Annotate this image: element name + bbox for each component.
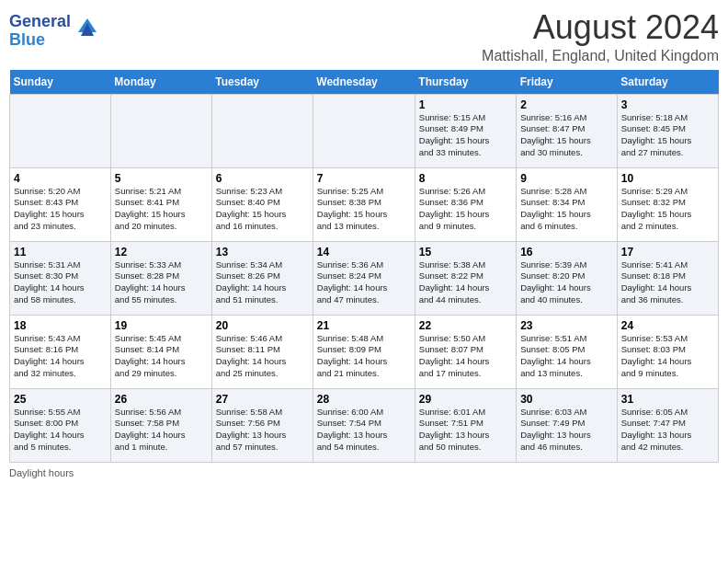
day-number: 25 bbox=[14, 393, 107, 406]
day-number: 27 bbox=[216, 393, 309, 406]
day-info: Sunrise: 5:41 AMSunset: 8:18 PMDaylight:… bbox=[621, 259, 714, 306]
day-number: 2 bbox=[520, 98, 613, 111]
calendar-cell: 12Sunrise: 5:33 AMSunset: 8:28 PMDayligh… bbox=[110, 241, 211, 315]
day-info: Sunrise: 5:43 AMSunset: 8:16 PMDaylight:… bbox=[14, 333, 107, 380]
day-number: 4 bbox=[14, 172, 107, 185]
calendar-cell: 28Sunrise: 6:00 AMSunset: 7:54 PMDayligh… bbox=[313, 388, 415, 462]
week-row-5: 25Sunrise: 5:55 AMSunset: 8:00 PMDayligh… bbox=[10, 388, 719, 462]
day-info: Sunrise: 5:38 AMSunset: 8:22 PMDaylight:… bbox=[419, 259, 512, 306]
logo-icon bbox=[74, 14, 101, 41]
calendar-cell: 2Sunrise: 5:16 AMSunset: 8:47 PMDaylight… bbox=[517, 94, 618, 167]
col-header-monday: Monday bbox=[110, 70, 211, 95]
calendar-cell: 13Sunrise: 5:34 AMSunset: 8:26 PMDayligh… bbox=[211, 241, 313, 315]
col-header-saturday: Saturday bbox=[617, 70, 718, 95]
calendar-cell: 30Sunrise: 6:03 AMSunset: 7:49 PMDayligh… bbox=[517, 388, 618, 462]
day-number: 3 bbox=[621, 98, 714, 111]
calendar-cell: 15Sunrise: 5:38 AMSunset: 8:22 PMDayligh… bbox=[415, 241, 516, 315]
week-row-3: 11Sunrise: 5:31 AMSunset: 8:30 PMDayligh… bbox=[10, 241, 719, 315]
calendar-cell: 1Sunrise: 5:15 AMSunset: 8:49 PMDaylight… bbox=[415, 94, 516, 167]
calendar-cell bbox=[110, 94, 211, 167]
calendar-cell: 23Sunrise: 5:51 AMSunset: 8:05 PMDayligh… bbox=[517, 315, 618, 388]
calendar-cell: 5Sunrise: 5:21 AMSunset: 8:41 PMDaylight… bbox=[110, 167, 211, 241]
calendar-cell: 8Sunrise: 5:26 AMSunset: 8:36 PMDaylight… bbox=[415, 167, 516, 241]
day-number: 18 bbox=[14, 319, 107, 332]
calendar-cell: 24Sunrise: 5:53 AMSunset: 8:03 PMDayligh… bbox=[617, 315, 718, 388]
day-number: 5 bbox=[115, 172, 208, 185]
day-number: 13 bbox=[216, 246, 309, 259]
calendar-cell bbox=[313, 94, 415, 167]
subtitle: Mattishall, England, United Kingdom bbox=[482, 48, 719, 64]
day-info: Sunrise: 5:26 AMSunset: 8:36 PMDaylight:… bbox=[419, 186, 512, 233]
day-number: 11 bbox=[14, 246, 107, 259]
calendar-cell: 7Sunrise: 5:25 AMSunset: 8:38 PMDaylight… bbox=[313, 167, 415, 241]
day-number: 8 bbox=[419, 172, 512, 185]
daylight-label: Daylight hours bbox=[9, 467, 74, 478]
day-info: Sunrise: 5:33 AMSunset: 8:28 PMDaylight:… bbox=[115, 259, 208, 306]
day-info: Sunrise: 5:45 AMSunset: 8:14 PMDaylight:… bbox=[115, 333, 208, 380]
day-info: Sunrise: 5:53 AMSunset: 8:03 PMDaylight:… bbox=[621, 333, 714, 380]
calendar-cell: 10Sunrise: 5:29 AMSunset: 8:32 PMDayligh… bbox=[617, 167, 718, 241]
calendar-cell: 16Sunrise: 5:39 AMSunset: 8:20 PMDayligh… bbox=[517, 241, 618, 315]
col-header-thursday: Thursday bbox=[415, 70, 516, 95]
calendar-cell: 29Sunrise: 6:01 AMSunset: 7:51 PMDayligh… bbox=[415, 388, 516, 462]
calendar-cell: 4Sunrise: 5:20 AMSunset: 8:43 PMDaylight… bbox=[10, 167, 111, 241]
day-info: Sunrise: 6:03 AMSunset: 7:49 PMDaylight:… bbox=[520, 407, 613, 454]
calendar-cell: 20Sunrise: 5:46 AMSunset: 8:11 PMDayligh… bbox=[211, 315, 313, 388]
calendar-cell: 27Sunrise: 5:58 AMSunset: 7:56 PMDayligh… bbox=[211, 388, 313, 462]
calendar-cell: 22Sunrise: 5:50 AMSunset: 8:07 PMDayligh… bbox=[415, 315, 516, 388]
day-number: 7 bbox=[317, 172, 411, 185]
week-row-2: 4Sunrise: 5:20 AMSunset: 8:43 PMDaylight… bbox=[10, 167, 719, 241]
day-number: 10 bbox=[621, 172, 714, 185]
calendar-cell: 11Sunrise: 5:31 AMSunset: 8:30 PMDayligh… bbox=[10, 241, 111, 315]
calendar-cell: 31Sunrise: 6:05 AMSunset: 7:47 PMDayligh… bbox=[617, 388, 718, 462]
day-number: 31 bbox=[621, 393, 714, 406]
col-header-tuesday: Tuesday bbox=[211, 70, 313, 95]
calendar-cell: 3Sunrise: 5:18 AMSunset: 8:45 PMDaylight… bbox=[617, 94, 718, 167]
header-row: SundayMondayTuesdayWednesdayThursdayFrid… bbox=[10, 70, 719, 95]
day-number: 19 bbox=[115, 319, 208, 332]
day-number: 28 bbox=[317, 393, 411, 406]
day-number: 17 bbox=[621, 246, 714, 259]
logo: General Blue bbox=[9, 13, 101, 50]
day-number: 22 bbox=[419, 319, 512, 332]
day-info: Sunrise: 6:00 AMSunset: 7:54 PMDaylight:… bbox=[317, 407, 411, 454]
day-info: Sunrise: 5:20 AMSunset: 8:43 PMDaylight:… bbox=[14, 186, 107, 233]
calendar-cell: 18Sunrise: 5:43 AMSunset: 8:16 PMDayligh… bbox=[10, 315, 111, 388]
logo-text-general: General bbox=[9, 12, 71, 30]
day-number: 20 bbox=[216, 319, 309, 332]
day-info: Sunrise: 5:46 AMSunset: 8:11 PMDaylight:… bbox=[216, 333, 309, 380]
day-info: Sunrise: 6:05 AMSunset: 7:47 PMDaylight:… bbox=[621, 407, 714, 454]
day-number: 9 bbox=[520, 172, 613, 185]
day-info: Sunrise: 5:51 AMSunset: 8:05 PMDaylight:… bbox=[520, 333, 613, 380]
day-info: Sunrise: 5:15 AMSunset: 8:49 PMDaylight:… bbox=[419, 112, 512, 159]
col-header-sunday: Sunday bbox=[10, 70, 111, 95]
day-info: Sunrise: 5:16 AMSunset: 8:47 PMDaylight:… bbox=[520, 112, 613, 159]
calendar-table: SundayMondayTuesdayWednesdayThursdayFrid… bbox=[9, 70, 719, 463]
calendar-cell: 25Sunrise: 5:55 AMSunset: 8:00 PMDayligh… bbox=[10, 388, 111, 462]
week-row-4: 18Sunrise: 5:43 AMSunset: 8:16 PMDayligh… bbox=[10, 315, 719, 388]
day-number: 14 bbox=[317, 246, 411, 259]
day-info: Sunrise: 5:34 AMSunset: 8:26 PMDaylight:… bbox=[216, 259, 309, 306]
day-number: 29 bbox=[419, 393, 512, 406]
day-info: Sunrise: 5:58 AMSunset: 7:56 PMDaylight:… bbox=[216, 407, 309, 454]
col-header-wednesday: Wednesday bbox=[313, 70, 415, 95]
day-number: 15 bbox=[419, 246, 512, 259]
day-info: Sunrise: 5:29 AMSunset: 8:32 PMDaylight:… bbox=[621, 186, 714, 233]
footer-note: Daylight hours bbox=[9, 467, 719, 478]
day-info: Sunrise: 5:23 AMSunset: 8:40 PMDaylight:… bbox=[216, 186, 309, 233]
day-info: Sunrise: 5:55 AMSunset: 8:00 PMDaylight:… bbox=[14, 407, 107, 454]
page-header: General Blue August 2024 Mattishall, Eng… bbox=[9, 9, 719, 64]
day-number: 24 bbox=[621, 319, 714, 332]
day-number: 26 bbox=[115, 393, 208, 406]
title-section: August 2024 Mattishall, England, United … bbox=[482, 9, 719, 64]
day-info: Sunrise: 5:50 AMSunset: 8:07 PMDaylight:… bbox=[419, 333, 512, 380]
day-number: 23 bbox=[520, 319, 613, 332]
calendar-header: SundayMondayTuesdayWednesdayThursdayFrid… bbox=[10, 70, 719, 95]
day-number: 1 bbox=[419, 98, 512, 111]
day-number: 6 bbox=[216, 172, 309, 185]
calendar-cell: 14Sunrise: 5:36 AMSunset: 8:24 PMDayligh… bbox=[313, 241, 415, 315]
calendar-cell bbox=[211, 94, 313, 167]
calendar-body: 1Sunrise: 5:15 AMSunset: 8:49 PMDaylight… bbox=[10, 94, 719, 462]
main-title: August 2024 bbox=[482, 9, 719, 46]
calendar-cell: 17Sunrise: 5:41 AMSunset: 8:18 PMDayligh… bbox=[617, 241, 718, 315]
